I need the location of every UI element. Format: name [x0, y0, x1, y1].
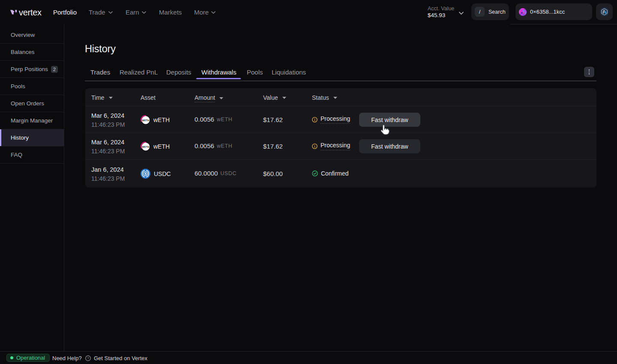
- svg-text:WETH: WETH: [142, 119, 149, 122]
- svg-text:$: $: [144, 172, 147, 176]
- svg-text:WETH: WETH: [142, 146, 149, 148]
- svg-text:?: ?: [87, 356, 89, 360]
